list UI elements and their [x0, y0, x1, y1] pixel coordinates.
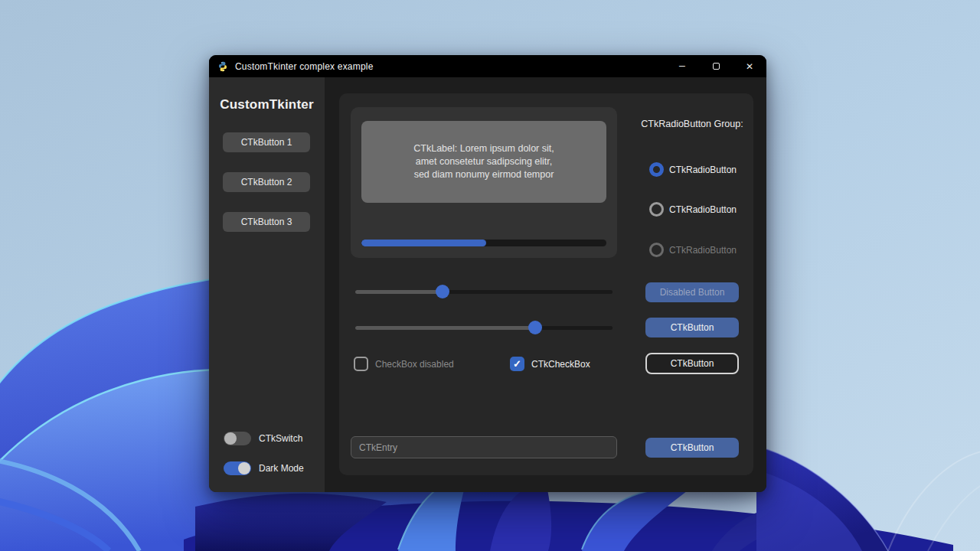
titlebar[interactable]: CustomTkinter complex example – ✕	[209, 55, 766, 77]
ctkswitch-label: CTkSwitch	[259, 433, 302, 444]
slider-2-knob[interactable]	[528, 321, 542, 334]
label-frame: CTkLabel: Lorem ipsum dolor sit, amet co…	[351, 107, 617, 258]
checkbox-disabled-row: CheckBox disabled	[354, 357, 454, 371]
slider-fill	[355, 290, 443, 294]
slider-1[interactable]	[355, 285, 612, 298]
dark-mode-toggle[interactable]	[224, 461, 251, 475]
checkbox-disabled-label: CheckBox disabled	[375, 359, 454, 370]
close-icon: ✕	[746, 61, 753, 72]
close-button[interactable]: ✕	[733, 55, 766, 77]
ctkswitch-row: CTkSwitch	[224, 431, 302, 445]
ctkcheckbox-row: ✓ CTkCheckBox	[510, 357, 590, 371]
slider-2[interactable]	[355, 321, 612, 334]
radio-button-3-disabled[interactable]	[649, 243, 664, 257]
tk-feather-app-icon	[217, 61, 228, 72]
ctkcheckbox-label: CTkCheckBox	[531, 359, 590, 370]
ctklabel-line-2: amet consetetur sadipscing elitr,	[416, 155, 553, 168]
sidebar: CustomTkinter CTkButton 1 CTkButton 2 CT…	[209, 77, 325, 492]
sidebar-button-2[interactable]: CTkButton 2	[223, 172, 310, 192]
sidebar-button-3[interactable]: CTkButton 3	[223, 212, 310, 232]
radio-label-3: CTkRadioButton	[669, 245, 737, 256]
dark-mode-row: Dark Mode	[224, 461, 304, 475]
radio-button-2[interactable]	[649, 202, 664, 217]
ctklabel: CTkLabel: Lorem ipsum dolor sit, amet co…	[361, 121, 606, 203]
ctkentry-input[interactable]	[351, 442, 616, 453]
switch-knob	[238, 462, 250, 474]
radio-row-3: CTkRadioButton	[649, 243, 737, 257]
radio-label-1: CTkRadioButton	[669, 165, 737, 175]
switch-knob	[224, 432, 237, 445]
window-title: CustomTkinter complex example	[235, 61, 374, 72]
ctklabel-line-3: sed diam nonumy eirmod tempor	[414, 168, 554, 181]
slider-fill	[355, 326, 535, 330]
radio-row-2: CTkRadioButton	[649, 202, 737, 217]
sidebar-heading: CustomTkinter	[209, 97, 325, 112]
radio-button-1-selected[interactable]	[649, 162, 664, 177]
radio-label-2: CTkRadioButton	[669, 204, 737, 215]
ctkswitch-toggle[interactable]	[224, 432, 251, 445]
disabled-button[interactable]: Disabled Button	[645, 282, 739, 302]
desktop: { "wallpaper": { "description": "Windows…	[0, 0, 980, 551]
progressbar	[361, 240, 606, 246]
checkbox-disabled[interactable]	[354, 357, 368, 371]
ctkcheckbox[interactable]: ✓	[510, 357, 524, 371]
checkmark-icon: ✓	[513, 358, 521, 370]
sidebar-button-1[interactable]: CTkButton 1	[223, 132, 310, 152]
slider-1-knob[interactable]	[436, 285, 449, 298]
maximize-button[interactable]	[699, 55, 733, 77]
radio-row-1: CTkRadioButton	[649, 162, 737, 177]
app-window: CustomTkinter complex example – ✕ Custom…	[209, 55, 766, 492]
ctkbutton-entry-submit[interactable]: CTkButton	[645, 438, 739, 458]
minimize-button[interactable]: –	[665, 55, 699, 77]
ctkbutton-primary[interactable]: CTkButton	[645, 318, 739, 337]
radio-group-title: CTkRadioButton Group:	[622, 119, 762, 129]
radio-button-column: CTkRadioButton Group: CTkRadioButton CTk…	[645, 93, 739, 475]
ctklabel-line-1: CTkLabel: Lorem ipsum dolor sit,	[413, 142, 554, 155]
dark-mode-label: Dark Mode	[259, 463, 304, 474]
minimize-icon: –	[679, 61, 685, 69]
maximize-icon	[713, 63, 720, 70]
ctkentry-wrapper	[351, 436, 617, 458]
ctkbutton-outline[interactable]: CTkButton	[645, 353, 739, 374]
progressbar-fill	[361, 240, 486, 246]
